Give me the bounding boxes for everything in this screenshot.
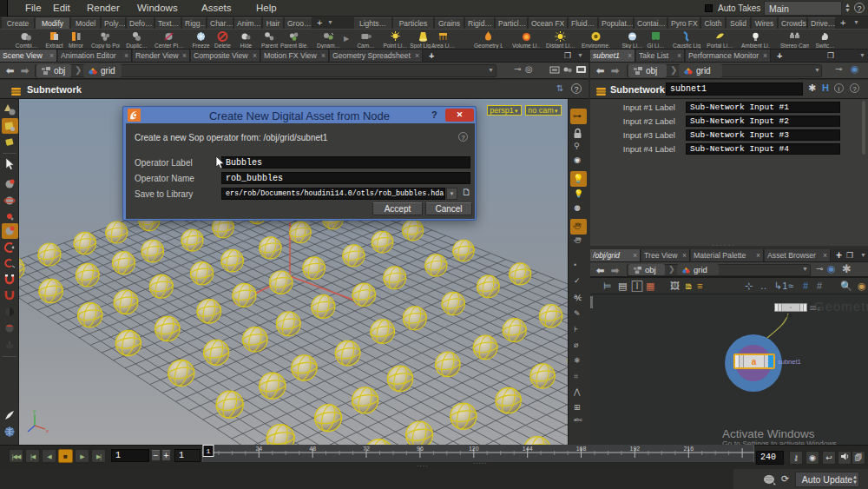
svg-text:144: 144 — [523, 446, 533, 452]
svg-text:y: y — [33, 408, 36, 413]
svg-text:72: 72 — [363, 446, 370, 452]
svg-text:24: 24 — [255, 446, 262, 452]
svg-text:96: 96 — [417, 446, 424, 452]
svg-text:1: 1 — [207, 447, 211, 455]
svg-text:216: 216 — [683, 446, 694, 452]
svg-text:192: 192 — [630, 446, 641, 452]
svg-text:168: 168 — [576, 446, 587, 452]
svg-text:48: 48 — [309, 446, 316, 452]
svg-text:120: 120 — [469, 446, 479, 452]
svg-text:x: x — [46, 428, 49, 433]
